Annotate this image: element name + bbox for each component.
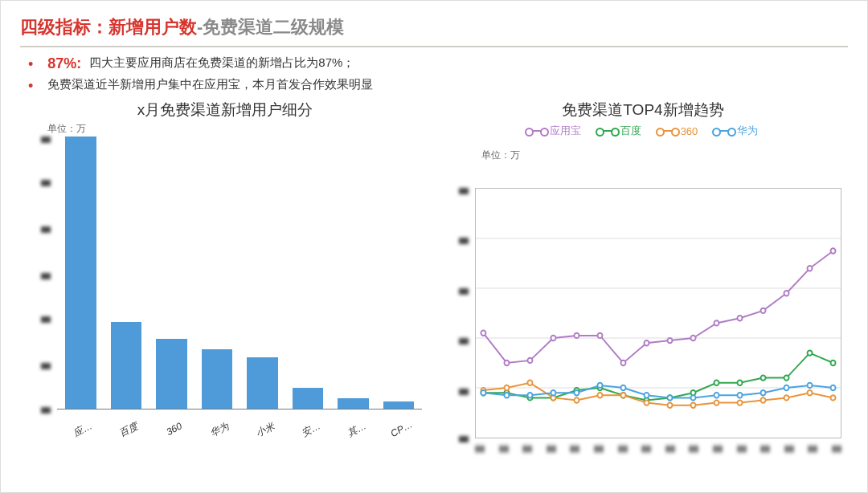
line-point: [831, 361, 836, 365]
line-point: [551, 390, 555, 395]
line-point: [784, 375, 789, 380]
bar-x-label: 其…: [334, 414, 386, 458]
bar-chart: 应…百度360华为小米安…其…CP…: [20, 124, 430, 453]
line-point: [667, 395, 672, 400]
bar-chart-title: x月免费渠道新增用户细分: [20, 100, 430, 120]
line-point: [597, 383, 602, 388]
line-point: [504, 393, 509, 397]
bullet-item: • 87%: 四大主要应用商店在免费渠道的新增占比为87%；: [28, 55, 848, 72]
line-point: [667, 403, 672, 408]
line-point: [481, 390, 485, 395]
line-point: [620, 385, 625, 390]
bar-x-label: CP…: [379, 414, 432, 458]
line-point: [760, 390, 765, 395]
line-point: [760, 308, 765, 313]
line-y-ticks: [438, 188, 469, 438]
bullet-highlight: 87%:: [47, 55, 81, 72]
line-point: [644, 393, 649, 397]
legend-item: 360: [659, 124, 698, 138]
bar-x-label: 应…: [59, 414, 112, 458]
line-x-labels: ▮▮▮▮▮▮▮▮▮▮▮▮▮▮▮▮▮▮▮▮▮▮▮▮▮▮▮▮▮▮▮▮: [475, 443, 841, 467]
line-point: [481, 331, 485, 336]
line-point: [620, 393, 625, 397]
line-point: [597, 333, 602, 338]
line-chart-title: 免费渠道TOP4新增趋势: [438, 100, 848, 120]
bar-y-ticks: [20, 136, 51, 409]
bar: [247, 357, 278, 409]
bar-chart-panel: x月免费渠道新增用户细分 单位：万 应…百度360华为小米安…其…CP…: [20, 98, 430, 471]
bullet-text: 四大主要应用商店在免费渠道的新增占比为87%；: [89, 55, 354, 71]
line-point: [551, 336, 555, 340]
line-point: [690, 395, 695, 400]
slide: 四级指标：新增用户数-免费渠道二级规模 • 87%: 四大主要应用商店在免费渠道…: [0, 0, 868, 493]
line-point: [784, 385, 789, 390]
line-chart: ▮▮▮▮▮▮▮▮▮▮▮▮▮▮▮▮▮▮▮▮▮▮▮▮▮▮▮▮▮▮▮▮: [438, 141, 848, 471]
line-point: [690, 336, 695, 340]
line-point: [760, 375, 765, 380]
line-chart-panel: 免费渠道TOP4新增趋势 应用宝百度360华为 单位：万: [438, 98, 848, 471]
legend-item: 百度: [599, 124, 641, 138]
line-point: [784, 395, 789, 400]
bullet-text: 免费渠道近半新增用户集中在应用宝，本月首发合作效果明显: [47, 77, 373, 92]
page-title: 四级指标：新增用户数-免费渠道二级规模: [20, 15, 848, 39]
divider: [20, 46, 848, 47]
line-point: [574, 390, 579, 395]
line-point: [831, 395, 836, 400]
legend-label: 百度: [620, 124, 641, 138]
line-plot-area: [475, 188, 841, 438]
bar-x-labels: 应…百度360华为小米安…其…CP…: [57, 414, 422, 450]
line-point: [737, 400, 742, 405]
line-point: [784, 291, 789, 295]
line-point: [574, 333, 579, 338]
line-point: [760, 397, 765, 402]
line-point: [574, 397, 579, 402]
legend-swatch-icon: [715, 130, 733, 132]
legend-item: 华为: [715, 124, 758, 138]
line-point: [527, 381, 532, 385]
line-point: [808, 266, 813, 271]
bar: [338, 398, 369, 409]
line-chart-legend: 应用宝百度360华为: [438, 124, 848, 138]
line-point: [504, 361, 509, 365]
bar-plot-area: [57, 136, 422, 409]
bar-x-label: 百度: [105, 414, 158, 458]
bar-x-label: 华为: [197, 414, 249, 458]
line-point: [527, 393, 532, 397]
line-point: [737, 316, 742, 320]
title-prefix: 四级指标：新增用户数: [20, 17, 197, 37]
bar: [111, 322, 142, 409]
line-point: [808, 383, 813, 388]
bullet-dot-icon: •: [28, 57, 33, 71]
line-point: [620, 361, 625, 365]
bar: [65, 136, 96, 409]
line-series: [483, 251, 833, 364]
bar: [202, 349, 233, 409]
legend-label: 360: [681, 125, 698, 137]
bar-x-label: 360: [151, 414, 203, 458]
line-point: [644, 400, 649, 405]
title-suffix: -免费渠道二级规模: [197, 17, 344, 37]
line-point: [714, 393, 719, 397]
charts-row: x月免费渠道新增用户细分 单位：万 应…百度360华为小米安…其…CP…: [20, 98, 848, 471]
line-point: [527, 358, 532, 363]
legend-label: 应用宝: [550, 124, 581, 138]
line-point: [737, 393, 742, 397]
line-point: [831, 385, 836, 390]
legend-swatch-icon: [528, 130, 546, 132]
bullet-list: • 87%: 四大主要应用商店在免费渠道的新增占比为87%； • 免费渠道近半新…: [28, 55, 848, 93]
line-point: [714, 400, 719, 405]
bar-x-label: 安…: [288, 414, 340, 458]
line-point: [808, 390, 813, 395]
legend-item: 应用宝: [528, 124, 581, 138]
line-point: [597, 393, 602, 397]
bullet-dot-icon: •: [28, 79, 33, 93]
line-point: [831, 248, 836, 253]
bar: [156, 339, 187, 409]
line-point: [808, 350, 813, 355]
bar: [293, 388, 324, 409]
line-point: [714, 381, 719, 385]
bullet-item: • 免费渠道近半新增用户集中在应用宝，本月首发合作效果明显: [28, 77, 848, 93]
bar-x-label: 小米: [242, 414, 294, 458]
legend-label: 华为: [737, 124, 758, 138]
line-series: [483, 353, 833, 401]
